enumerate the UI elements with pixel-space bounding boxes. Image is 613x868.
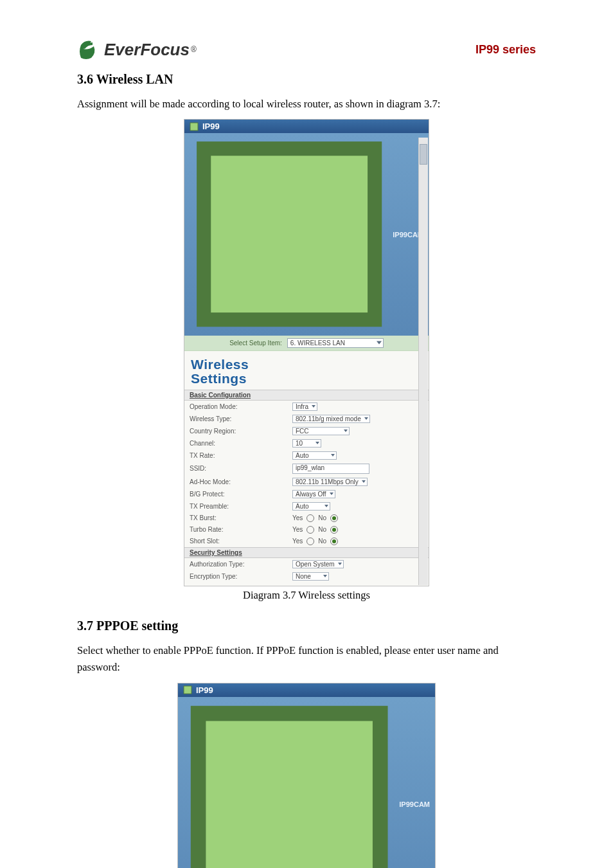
auth-select[interactable]: Open System <box>292 560 344 568</box>
txburst-no-radio[interactable] <box>330 514 338 522</box>
txrate-select[interactable]: Auto <box>292 451 337 460</box>
turbo-label: Turbo Rate: <box>190 526 286 533</box>
svg-rect-1 <box>204 149 375 320</box>
window-title: IP99 <box>196 685 213 695</box>
window-titlebar: IP99 <box>178 683 435 697</box>
adhoc-label: Ad-Hoc Mode: <box>190 478 286 485</box>
logo-icon <box>77 39 100 60</box>
txpreamble-select[interactable]: Auto <box>292 502 330 511</box>
window-subtitle-bar: IP99CAM <box>178 697 435 868</box>
screenshot-wireless: IP99 IP99CAM Select Setup Item: 6. WIREL… <box>184 119 429 586</box>
screenshot-pppoe: IP99 IP99CAM Select Setup Item: 7. PPPoE… <box>177 683 436 868</box>
txburst-no-label: No <box>318 514 326 521</box>
basic-config-bar: Basic Configuration <box>184 390 429 401</box>
wtype-select[interactable]: 802.11b/g mixed mode <box>292 415 370 423</box>
window-titlebar: IP99 <box>184 120 429 133</box>
section-37-title: 3.7 PPPOE setting <box>77 619 536 633</box>
svg-rect-3 <box>199 713 380 868</box>
svg-rect-2 <box>184 686 191 694</box>
section-37-intro: Select whether to enable PPPoE function.… <box>77 642 536 676</box>
txrate-label: TX Rate: <box>190 452 286 459</box>
op-mode-label: Operation Mode: <box>190 403 286 410</box>
app-icon <box>183 685 192 694</box>
shortslot-yes-radio[interactable] <box>306 538 314 545</box>
series-label: IP99 series <box>475 43 536 57</box>
shortslot-no-radio[interactable] <box>330 538 338 545</box>
app-sub-icon <box>183 698 395 868</box>
bgprotect-label: B/G Protect: <box>190 491 286 498</box>
channel-label: Channel: <box>190 440 286 447</box>
scroll-thumb[interactable] <box>420 144 427 165</box>
turbo-yes-radio[interactable] <box>306 526 314 534</box>
wtype-label: Wireless Type: <box>190 415 286 422</box>
caption-37: Diagram 3.7 Wireless settings <box>77 589 536 602</box>
logo-reg: ® <box>191 45 197 54</box>
logo-text: EverFocus <box>104 40 190 60</box>
section-36-title: 3.6 Wireless LAN <box>77 72 536 87</box>
region-label: Country Region: <box>190 428 286 435</box>
logo: EverFocus ® <box>77 39 197 60</box>
ssid-input[interactable]: ip99_wlan <box>292 464 369 474</box>
security-settings-bar: Security Settings <box>184 547 429 558</box>
ssid-label: SSID: <box>190 465 286 472</box>
section-36-intro: Assignment will be made according to loc… <box>77 96 536 113</box>
app-sub-icon <box>190 134 389 334</box>
window-subtitle: IP99CAM <box>399 800 430 808</box>
setup-select-row: Select Setup Item: 6. WIRELESS LAN <box>184 336 429 351</box>
bgprotect-select[interactable]: Always Off <box>292 490 335 498</box>
shortslot-label: Short Slot: <box>190 538 286 545</box>
window-subtitle-bar: IP99CAM <box>184 133 429 335</box>
txburst-label: TX Burst: <box>190 514 286 521</box>
page-header: EverFocus ® IP99 series <box>77 39 536 60</box>
enc-label: Encryption Type: <box>190 573 286 580</box>
turbo-no-radio[interactable] <box>330 526 338 534</box>
auth-label: Authorization Type: <box>190 561 286 568</box>
enc-select[interactable]: None <box>292 572 329 581</box>
op-mode-select[interactable]: Infra <box>292 402 317 411</box>
setup-select-label: Select Setup Item: <box>229 339 282 347</box>
txburst-yes-radio[interactable] <box>306 514 314 522</box>
scrollbar[interactable] <box>418 138 428 584</box>
app-icon <box>190 122 199 131</box>
panel-heading: Wireless Settings <box>184 351 429 390</box>
region-select[interactable]: FCC <box>292 427 350 435</box>
setup-select[interactable]: 6. WIRELESS LAN <box>287 338 384 348</box>
txpreamble-label: TX Preamble: <box>190 503 286 510</box>
channel-select[interactable]: 10 <box>292 439 321 448</box>
window-title: IP99 <box>202 122 220 131</box>
adhoc-select[interactable]: 802.11b 11Mbps Only <box>292 478 368 486</box>
svg-rect-0 <box>190 123 198 131</box>
txburst-yes-label: Yes <box>292 514 303 521</box>
